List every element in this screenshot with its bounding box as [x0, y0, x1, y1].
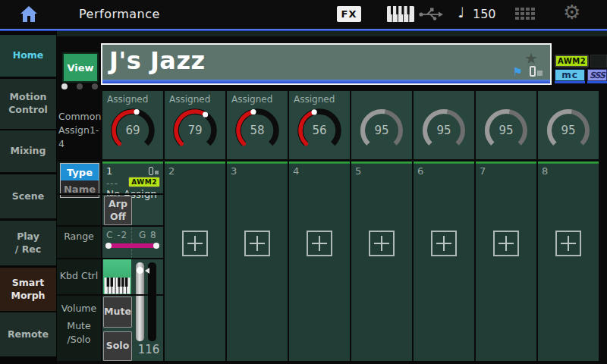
favorite-star-icon[interactable]: ★ — [524, 49, 538, 67]
assign-knob-cell-1: Assigned69 — [102, 91, 163, 159]
dots-grid-icon[interactable] — [515, 8, 536, 20]
part-category: --- — [106, 178, 118, 189]
range-handle-low[interactable] — [105, 243, 112, 249]
volume-fader[interactable] — [136, 262, 144, 341]
part-slot-5: 5 — [351, 162, 412, 361]
sss-badge: SSS — [587, 69, 607, 81]
home-button[interactable] — [14, 3, 44, 26]
part-slot-6: 6 — [414, 162, 474, 361]
performance-name-box[interactable]: J's Jazz ★ ⚑ — [101, 43, 552, 85]
add-part-button-6[interactable] — [431, 231, 457, 256]
gear-icon[interactable]: ⚙ — [563, 1, 580, 24]
page-dot-2[interactable] — [77, 83, 83, 89]
part-active-line — [351, 162, 412, 164]
sidebar-item-smart-morph[interactable]: Smart Morph — [0, 268, 56, 311]
name-underline — [102, 80, 550, 83]
view-button[interactable]: View — [62, 52, 99, 83]
assign-knob-cell-8: 95 — [538, 91, 599, 159]
mute-solo-row-label: Mute /Solo — [57, 319, 101, 347]
bank-icon — [530, 66, 543, 77]
part-bank-icon — [149, 167, 159, 175]
top-bar: Performance FX ♩ 150 — [0, 0, 607, 29]
kbd-ctrl-icon[interactable] — [103, 259, 131, 295]
knob-value: 69 — [108, 105, 158, 155]
add-part-button-3[interactable] — [244, 231, 270, 256]
home-icon — [20, 5, 38, 24]
assign-knob-cell-7: 95 — [476, 91, 536, 159]
range-row-label: Range — [57, 230, 101, 243]
fader-marker-icon — [145, 268, 149, 274]
knob-value: 79 — [170, 105, 220, 155]
add-part-button-7[interactable] — [493, 231, 519, 256]
part-slot-1[interactable]: 1 --- AWM2 No Assign Arp Off C -2 G 8 — [102, 162, 163, 361]
add-part-button-5[interactable] — [369, 231, 395, 256]
type-button[interactable]: Type — [61, 164, 99, 180]
assign-knob-cell-2: Assigned79 — [165, 91, 225, 159]
part-slot-3: 3 — [227, 162, 288, 361]
knob-value: 56 — [294, 105, 344, 155]
kbd-ctrl-row-label: Kbd Ctrl — [57, 269, 101, 283]
part-number: 6 — [417, 165, 423, 177]
part-active-line — [476, 162, 536, 164]
header-strip — [0, 31, 607, 36]
knob-value: 95 — [357, 105, 407, 155]
part-engine-badge: AWM2 — [128, 177, 160, 187]
assign-knob-cell-3: Assigned58 — [227, 91, 288, 159]
part-active-line — [414, 162, 474, 164]
add-part-button-8[interactable] — [555, 231, 581, 256]
sidebar-item-remote[interactable]: Remote — [0, 312, 56, 356]
part-number: 3 — [231, 165, 237, 177]
volume-value: 116 — [134, 343, 163, 356]
sidebar-item-motion-control[interactable]: Motion Control — [0, 79, 56, 129]
volume-fader-handle[interactable] — [137, 267, 143, 274]
divider — [57, 193, 163, 195]
knob-assigned-label: Assigned — [294, 94, 335, 105]
part-number: 1 — [106, 165, 112, 177]
part-slot-2: 2 — [165, 162, 225, 361]
assign-knob-cell-6: 95 — [414, 91, 474, 159]
range-handle-high[interactable] — [153, 243, 159, 249]
fx-indicator[interactable]: FX — [337, 6, 361, 22]
engine-badge-awm2: AWM2 — [555, 55, 589, 67]
quarter-note-icon: ♩ — [458, 4, 464, 20]
keyboard-icon — [387, 6, 414, 22]
sidebar-item-mixing[interactable]: Mixing — [0, 130, 56, 172]
knob-assigned-label: Assigned — [231, 94, 272, 105]
arp-off-button[interactable]: Arp Off — [104, 196, 132, 225]
page-dot-1[interactable] — [61, 83, 68, 89]
part-slot-4: 4 — [289, 162, 350, 361]
page-indicator — [61, 83, 98, 89]
part-number: 7 — [480, 165, 486, 177]
knob-assigned-label: Assigned — [107, 94, 148, 105]
page-dot-3[interactable] — [92, 83, 98, 89]
sidebar-item-scene[interactable]: Scene — [0, 174, 56, 218]
sidebar-item-play-rec[interactable]: Play / Rec — [0, 221, 56, 265]
volume-row-label: Volume — [57, 302, 101, 315]
common-assign-label: Common Assign1-4 — [58, 110, 102, 151]
note-range-high: G 8 — [139, 230, 157, 240]
add-part-button-4[interactable] — [307, 231, 332, 256]
tempo-value[interactable]: 150 — [473, 7, 496, 21]
sidebar: HomeMotion ControlMixingScenePlay / RecS… — [0, 31, 57, 364]
assign-knob-cell-5: 95 — [351, 91, 412, 159]
note-range-low: C -2 — [106, 230, 127, 240]
flag-icon: ⚑ — [513, 65, 523, 79]
add-part-button-2[interactable] — [182, 231, 208, 256]
divider — [57, 225, 163, 227]
part-active-line — [227, 162, 288, 164]
part-slot-8: 8 — [538, 162, 599, 361]
note-range-slider[interactable] — [105, 243, 159, 248]
motion-control-badge: mc — [555, 69, 585, 81]
part-active-line — [289, 162, 350, 164]
engine-badge-slot — [590, 55, 607, 67]
level-meter — [148, 262, 156, 341]
part-slot-7: 7 — [476, 162, 536, 361]
knob-value: 95 — [481, 105, 531, 155]
solo-button[interactable]: Solo — [103, 331, 132, 361]
screen-title: Performance — [79, 7, 160, 21]
divider — [101, 162, 102, 361]
knob-value: 95 — [419, 105, 469, 155]
part-number: 2 — [168, 165, 175, 177]
mute-button[interactable]: Mute — [103, 297, 132, 328]
sidebar-item-home[interactable]: Home — [0, 35, 56, 77]
